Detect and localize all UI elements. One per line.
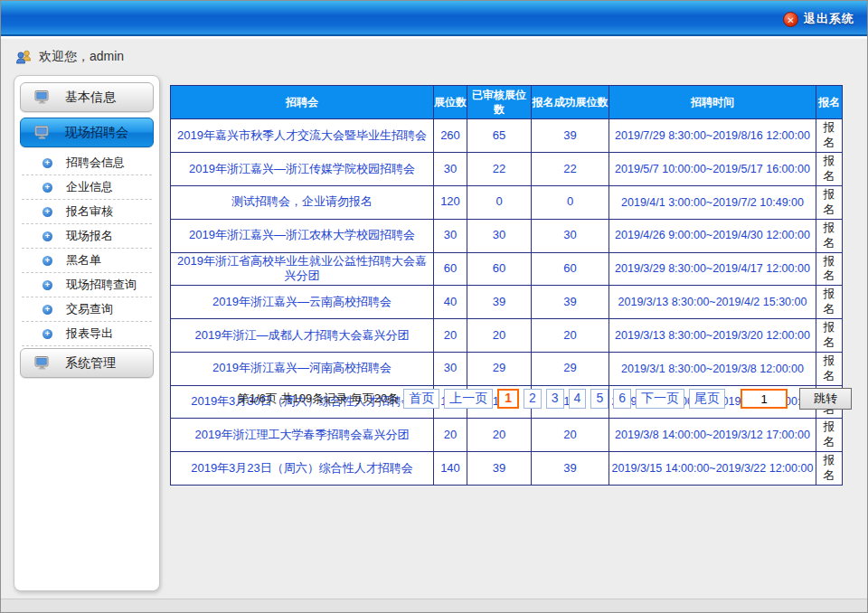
- sidebar-item[interactable]: +报名审核: [22, 202, 152, 224]
- sidebar-item[interactable]: +交易查询: [22, 299, 152, 322]
- table-row: 2019年浙江嘉兴—浙江传媒学院校园招聘会3022222019/5/7 10:0…: [171, 153, 843, 186]
- fair-name-cell[interactable]: 2019年浙江嘉兴—浙江传媒学院校园招聘会: [171, 153, 434, 186]
- sidebar-item-label: 企业信息: [66, 179, 113, 195]
- sidebar-item-label: 现场招聘查询: [66, 277, 137, 293]
- table-row: 测试招聘会，企业请勿报名120002019/4/1 3:00:00~2019/7…: [171, 185, 843, 219]
- success-count-cell: 20: [532, 419, 609, 452]
- recruit-time-cell: 2019/7/29 8:30:00~2019/8/16 12:00:00: [609, 119, 816, 153]
- sidebar-group-label: 现场招聘会: [65, 125, 128, 141]
- approved-count-cell: 30: [467, 219, 532, 252]
- page-number-5[interactable]: 5: [590, 389, 609, 408]
- prev-page-button[interactable]: 上一页: [444, 389, 493, 408]
- sidebar-item[interactable]: +招聘会信息: [22, 153, 152, 175]
- sidebar-group-button[interactable]: 现场招聘会: [20, 118, 154, 147]
- fair-name-cell[interactable]: 2019年浙江理工大学春季招聘会嘉兴分团: [171, 419, 434, 452]
- column-header: 报名: [816, 86, 843, 119]
- signup-link[interactable]: 报名: [816, 185, 843, 219]
- welcome-bar: 欢迎您，admin: [15, 49, 124, 65]
- fair-name-cell[interactable]: 2019年浙江嘉兴—浙江农林大学校园招聘会: [171, 219, 434, 252]
- logout-button[interactable]: ✕ 退出系统: [783, 11, 854, 27]
- signup-link[interactable]: 报名: [816, 419, 843, 452]
- booth-count-cell: 30: [434, 352, 467, 385]
- approved-count-cell: 20: [467, 319, 532, 353]
- plus-icon: +: [42, 305, 52, 315]
- sidebar-item-label: 现场报名: [66, 228, 113, 244]
- table-row: 2019年3月23日（周六）综合性人才招聘会14039392019/3/15 1…: [171, 452, 843, 486]
- recruit-time-cell: 2019/5/7 10:00:00~2019/5/17 16:00:00: [609, 153, 816, 186]
- fair-name-cell[interactable]: 2019年嘉兴市秋季人才交流大会暨毕业生招聘会: [171, 119, 434, 153]
- signup-link[interactable]: 报名: [816, 153, 843, 186]
- signup-link[interactable]: 报名: [816, 286, 843, 319]
- page-number-2[interactable]: 2: [524, 389, 542, 408]
- plus-icon: +: [42, 158, 52, 168]
- jump-page-input[interactable]: [741, 389, 788, 409]
- table-header-row: 招聘会展位数已审核展位数报名成功展位数招聘时间报名: [171, 86, 843, 119]
- next-page-button[interactable]: 下一页: [636, 389, 684, 408]
- sidebar-group-label: 基本信息: [65, 90, 116, 106]
- fair-name-cell[interactable]: 2019年浙江嘉兴—云南高校招聘会: [171, 286, 434, 319]
- page-number-3[interactable]: 3: [546, 389, 564, 408]
- sidebar-item-label: 报表导出: [66, 325, 113, 342]
- column-header: 展位数: [434, 86, 467, 119]
- signup-link[interactable]: 报名: [816, 452, 843, 486]
- sidebar-item[interactable]: +现场报名: [22, 226, 152, 249]
- page-numbers: 123456: [497, 389, 631, 408]
- page-number-1[interactable]: 1: [497, 389, 519, 408]
- sidebar-item-label: 交易查询: [66, 301, 113, 317]
- recruit-time-cell: 2019/4/26 9:00:00~2019/4/30 12:00:00: [609, 219, 816, 252]
- table-row: 2019年浙江理工大学春季招聘会嘉兴分团2020202019/3/8 14:00…: [171, 419, 843, 452]
- monitor-icon: [34, 90, 50, 104]
- sidebar-menu: 基本信息现场招聘会+招聘会信息+企业信息+报名审核+现场报名+黑名单+现场招聘查…: [20, 82, 154, 378]
- plus-icon: +: [42, 183, 52, 193]
- booth-count-cell: 20: [434, 419, 467, 452]
- column-header: 报名成功展位数: [532, 86, 609, 119]
- table-row: 2019年浙江嘉兴—云南高校招聘会4039392019/3/13 8:30:00…: [171, 286, 843, 319]
- sidebar-item[interactable]: +报表导出: [22, 324, 152, 346]
- signup-link[interactable]: 报名: [816, 319, 843, 353]
- fair-name-cell[interactable]: 2019年浙江嘉兴—河南高校招聘会: [171, 352, 434, 385]
- booth-count-cell: 260: [434, 119, 467, 153]
- table-row: 2019年浙江嘉兴—河南高校招聘会3029292019/3/1 8:30:00~…: [171, 352, 843, 385]
- page-number-6[interactable]: 6: [613, 389, 631, 408]
- page-number-4[interactable]: 4: [569, 389, 587, 408]
- signup-link[interactable]: 报名: [816, 119, 843, 153]
- fair-name-cell[interactable]: 测试招聘会，企业请勿报名: [171, 185, 434, 219]
- sidebar-group-button[interactable]: 系统管理: [20, 348, 154, 378]
- signup-link[interactable]: 报名: [816, 252, 843, 286]
- signup-link[interactable]: 报名: [816, 352, 843, 385]
- last-page-button[interactable]: 尾页: [689, 389, 725, 408]
- column-header: 招聘时间: [609, 86, 816, 119]
- approved-count-cell: 39: [467, 286, 532, 319]
- fair-name-cell[interactable]: 2019年浙江—成都人才招聘大会嘉兴分团: [171, 319, 434, 353]
- fair-name-cell[interactable]: 2019年浙江省高校毕业生就业公益性招聘大会嘉兴分团: [171, 252, 434, 286]
- sidebar-group-button[interactable]: 基本信息: [20, 82, 154, 112]
- pagination-summary: 第1/6页 共109条记录 每页20条: [238, 391, 399, 407]
- signup-link[interactable]: 报名: [816, 219, 843, 252]
- recruit-time-cell: 2019/3/29 8:30:00~2019/4/17 12:00:00: [609, 252, 816, 286]
- success-count-cell: 22: [532, 153, 609, 186]
- table-row: 2019年浙江—成都人才招聘大会嘉兴分团2020202019/3/13 8:30…: [171, 319, 843, 353]
- sidebar-item[interactable]: +现场招聘查询: [22, 275, 152, 297]
- sidebar-group-label: 系统管理: [65, 355, 116, 372]
- table-body: 2019年嘉兴市秋季人才交流大会暨毕业生招聘会26065392019/7/29 …: [171, 119, 843, 486]
- jump-button[interactable]: 跳转: [799, 388, 852, 410]
- success-count-cell: 60: [532, 252, 609, 286]
- sidebar-item-label: 报名审核: [66, 203, 113, 220]
- success-count-cell: 20: [532, 319, 609, 353]
- column-header: 招聘会: [171, 86, 434, 119]
- plus-icon: +: [42, 329, 52, 339]
- recruit-time-cell: 2019/3/1 8:30:00~2019/3/8 12:00:00: [609, 352, 816, 385]
- sidebar-item[interactable]: +企业信息: [22, 177, 152, 200]
- table-row: 2019年嘉兴市秋季人才交流大会暨毕业生招聘会26065392019/7/29 …: [171, 119, 843, 153]
- success-count-cell: 30: [532, 219, 609, 252]
- sidebar-item[interactable]: +黑名单: [22, 250, 152, 273]
- logout-label: 退出系统: [804, 11, 854, 27]
- plus-icon: +: [42, 280, 52, 290]
- success-count-cell: 39: [532, 119, 609, 153]
- success-count-cell: 29: [532, 352, 609, 385]
- fair-name-cell[interactable]: 2019年3月23日（周六）综合性人才招聘会: [171, 452, 434, 486]
- booth-count-cell: 40: [434, 286, 467, 319]
- column-header: 已审核展位数: [467, 86, 532, 119]
- first-page-button[interactable]: 首页: [403, 389, 439, 408]
- success-count-cell: 39: [532, 452, 609, 486]
